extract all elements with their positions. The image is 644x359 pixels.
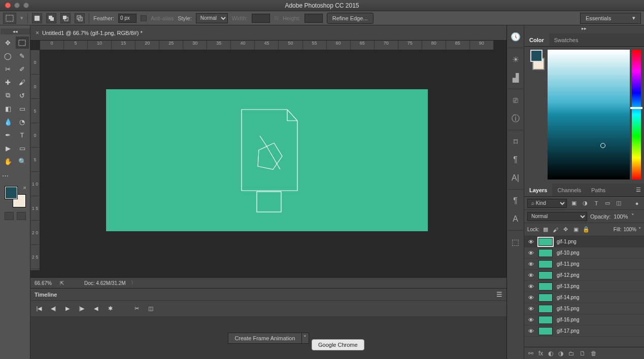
ruler-horizontal[interactable]: 051015202530354045505560657075808590 (40, 41, 494, 50)
filter-smart-icon[interactable]: ◫ (615, 199, 623, 207)
histogram-panel-icon[interactable]: ▟ (507, 68, 524, 87)
eraser-tool[interactable]: ◧ (2, 102, 15, 115)
filter-toggle-icon[interactable]: ● (633, 199, 641, 207)
color-tab[interactable]: Color (524, 33, 549, 46)
fill-value[interactable]: 100% (623, 227, 636, 232)
ruler-vertical[interactable]: 005051 01 52 02 53 03 5 (30, 50, 40, 270)
more-tools[interactable]: ⋯ (2, 169, 28, 182)
lock-artboard-icon[interactable]: ▣ (572, 226, 580, 234)
layer-row[interactable]: 👁gif-16.png (524, 314, 644, 326)
opacity-dd-icon[interactable]: ˅ (631, 213, 634, 220)
layer-row[interactable]: 👁gif-1.png (524, 236, 644, 247)
scissors-icon[interactable]: ✂ (133, 305, 140, 312)
pen-tool[interactable]: ✒ (2, 129, 15, 141)
layer-name[interactable]: gif-11.png (557, 261, 579, 267)
visibility-icon[interactable]: 👁 (527, 261, 534, 267)
create-frame-animation-dropdown[interactable]: ˅ (302, 333, 309, 344)
layer-thumbnail[interactable] (538, 249, 553, 257)
zoom-level[interactable]: 66.67% (35, 280, 55, 286)
adjustment-layer-icon[interactable]: ◑ (558, 350, 563, 357)
hue-slider[interactable] (632, 50, 641, 180)
canvas-viewport[interactable] (40, 50, 494, 270)
prev-frame-icon[interactable]: ◀| (50, 305, 57, 312)
next-frame-icon[interactable]: |▶ (78, 305, 85, 312)
character-panel-icon[interactable]: A| (507, 169, 524, 187)
document-tab[interactable]: × Untitled1 @ 66.7% (gif-1.png, RGB/8#) … (30, 25, 148, 40)
screen-mode-icon[interactable] (17, 212, 26, 220)
filter-image-icon[interactable]: ▣ (570, 199, 578, 207)
layer-thumbnail[interactable] (538, 294, 553, 302)
panel-menu-icon[interactable]: ☰ (496, 291, 502, 298)
delete-layer-icon[interactable]: 🗑 (591, 350, 597, 357)
layer-thumbnail[interactable] (538, 238, 553, 246)
layer-thumbnail[interactable] (538, 282, 553, 291)
gradient-tool[interactable]: ▭ (16, 102, 29, 115)
filter-adjust-icon[interactable]: ◑ (581, 199, 589, 207)
stamp-tool[interactable]: ⧉ (2, 89, 15, 101)
workspace-select[interactable]: Essentials▾ (580, 13, 641, 24)
export-icon[interactable]: ⇱ (60, 280, 64, 286)
layer-name[interactable]: gif-13.png (557, 283, 579, 289)
active-tool-indicator[interactable] (3, 13, 16, 24)
crop-tool[interactable]: ✂ (2, 63, 15, 75)
layer-thumbnail[interactable] (538, 327, 553, 335)
selection-add-icon[interactable] (46, 13, 56, 23)
lock-transparency-icon[interactable]: ▩ (541, 226, 550, 234)
fill-dd-icon[interactable]: ˅ (638, 227, 641, 232)
brush-tool[interactable]: 🖌 (16, 76, 29, 88)
layer-name[interactable]: gif-10.png (557, 250, 579, 256)
quick-select-tool[interactable]: ✎ (16, 50, 29, 62)
properties-panel-icon[interactable]: ⎚ (507, 91, 524, 110)
dodge-tool[interactable]: ◔ (16, 116, 29, 128)
paths-tab[interactable]: Paths (586, 184, 611, 196)
lock-position-icon[interactable]: ✥ (562, 226, 570, 234)
play-icon[interactable]: ▶ (64, 305, 71, 312)
channels-tab[interactable]: Channels (552, 184, 586, 196)
visibility-icon[interactable]: 👁 (527, 250, 534, 256)
visibility-icon[interactable]: 👁 (527, 272, 534, 278)
feather-input[interactable] (118, 14, 137, 23)
info-panel-icon[interactable]: ⓘ (507, 110, 524, 128)
swatches-tab[interactable]: Swatches (549, 33, 584, 46)
link-layers-icon[interactable]: ⚯ (528, 350, 533, 357)
layer-row[interactable]: 👁gif-14.png (524, 292, 644, 303)
layer-thumbnail[interactable] (538, 316, 553, 324)
layer-row[interactable]: 👁gif-12.png (524, 270, 644, 281)
opacity-value[interactable]: 100% (614, 213, 628, 220)
visibility-icon[interactable]: 👁 (527, 328, 534, 334)
panel-fg-swatch[interactable] (530, 50, 543, 62)
layer-thumbnail[interactable] (538, 260, 553, 268)
fx-icon[interactable]: fx (538, 350, 543, 357)
type-tool[interactable]: T (16, 129, 29, 141)
layer-name[interactable]: gif-16.png (557, 317, 579, 322)
blend-mode-select[interactable]: Normal (527, 212, 587, 221)
path-select-tool[interactable]: ▶ (2, 142, 15, 154)
collapse-tools-icon[interactable]: ◂◂ (1, 28, 30, 34)
refine-edge-button[interactable]: Refine Edge... (327, 13, 374, 24)
layer-row[interactable]: 👁gif-11.png (524, 259, 644, 270)
adjustments-panel-icon[interactable]: ☀ (507, 50, 524, 68)
marquee-tool[interactable] (16, 37, 29, 49)
layer-name[interactable]: gif-14.png (557, 295, 579, 300)
timeline-tab-label[interactable]: Timeline (35, 292, 57, 298)
color-field[interactable] (548, 50, 630, 180)
shape-tool[interactable]: ▭ (16, 142, 29, 154)
lasso-tool[interactable]: ◯ (2, 50, 15, 62)
selection-new-icon[interactable] (32, 13, 42, 23)
visibility-icon[interactable]: 👁 (527, 306, 534, 312)
layer-name[interactable]: gif-15.png (557, 306, 579, 311)
move-tool[interactable]: ✥ (2, 37, 15, 49)
mask-icon[interactable]: ◐ (548, 350, 553, 357)
zoom-tool[interactable]: 🔍 (16, 155, 29, 167)
history-brush-tool[interactable]: ↺ (16, 89, 29, 101)
3d-panel-icon[interactable]: ⬚ (507, 233, 524, 251)
transition-icon[interactable]: ◫ (147, 305, 154, 312)
swap-colors-icon[interactable]: ⤭ (23, 186, 26, 190)
foreground-color-swatch[interactable] (5, 187, 17, 199)
layer-row[interactable]: 👁gif-15.png (524, 303, 644, 314)
visibility-icon[interactable]: 👁 (527, 317, 534, 323)
audio-icon[interactable]: ◀ (92, 305, 99, 312)
color-swatch-pair[interactable]: ⤭ (5, 187, 25, 207)
settings-icon[interactable]: ✱ (107, 305, 114, 312)
collapse-right-icon[interactable]: ▸▸ (524, 25, 644, 31)
